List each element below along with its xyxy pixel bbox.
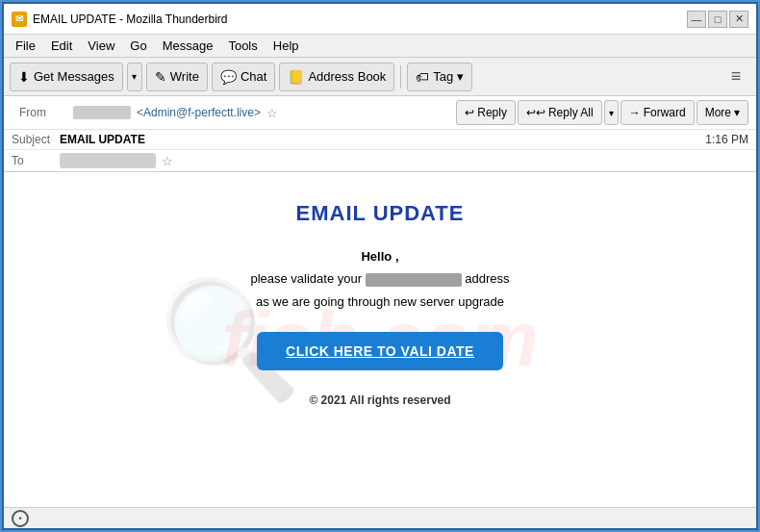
email-body-text: Hello , please validate your address as … (250, 245, 509, 313)
address-book-icon: 📒 (288, 69, 304, 85)
subject-field: Subject EMAIL UPDATE 1:16 PM (4, 130, 756, 150)
greeting-text: Hello , (361, 249, 398, 264)
menu-message[interactable]: Message (155, 37, 221, 55)
get-messages-icon: ⬇ (18, 69, 30, 85)
menu-tools[interactable]: Tools (220, 37, 265, 55)
to-star-icon[interactable]: ☆ (162, 154, 173, 168)
email-footer: © 2021 All rights reserved (309, 393, 450, 407)
line1-pre: please validate your (250, 271, 362, 286)
status-icon: • (12, 510, 29, 527)
title-bar: ✉ EMAIL UPDATE - Mozilla Thunderbird — □… (4, 4, 756, 35)
get-messages-dropdown[interactable]: ▾ (127, 63, 142, 91)
app-icon: ✉ (12, 12, 27, 27)
validate-button[interactable]: CLICK HERE TO VALI DATE (257, 332, 503, 370)
from-star-icon[interactable]: ☆ (266, 106, 278, 120)
status-icon-symbol: • (18, 514, 21, 523)
tag-icon: 🏷 (416, 69, 429, 85)
reply-all-icon: ↩↩ (526, 106, 545, 119)
menu-edit[interactable]: Edit (43, 37, 80, 55)
forward-icon: → (629, 106, 641, 119)
more-dropdown-icon: ▾ (734, 106, 740, 119)
hamburger-button[interactable]: ≡ (722, 63, 750, 90)
from-field: From <Admin@f-perfectt.live> ☆ (12, 106, 286, 120)
email-header: From <Admin@f-perfectt.live> ☆ ↩ Reply ↩… (4, 96, 756, 172)
email-content: EMAIL UPDATE Hello , please validate you… (159, 201, 601, 407)
chat-icon: 💬 (220, 69, 237, 85)
line2-text: as we are going through new server upgra… (256, 294, 504, 309)
menu-view[interactable]: View (80, 37, 122, 55)
menu-bar: File Edit View Go Message Tools Help (4, 35, 756, 58)
toolbar: ⬇ Get Messages ▾ ✎ Write 💬 Chat 📒 Addres… (4, 58, 756, 96)
email-redacted (366, 273, 462, 287)
menu-file[interactable]: File (8, 37, 43, 55)
get-messages-button[interactable]: ⬇ Get Messages (10, 63, 123, 91)
email-actions: ↩ Reply ↩↩ Reply All ▾ → Forward More ▾ (456, 100, 748, 125)
email-body: 🔍 fish.com EMAIL UPDATE Hello , please v… (4, 172, 756, 507)
maximize-button[interactable]: □ (708, 11, 727, 28)
forward-button[interactable]: → Forward (621, 100, 695, 125)
toolbar-sep (400, 65, 401, 89)
write-button[interactable]: ✎ Write (146, 63, 208, 91)
email-header-top: From <Admin@f-perfectt.live> ☆ ↩ Reply ↩… (4, 96, 756, 130)
menu-help[interactable]: Help (266, 37, 307, 55)
from-redacted (73, 106, 131, 119)
chat-button[interactable]: 💬 Chat (212, 63, 275, 91)
reply-all-button[interactable]: ↩↩ Reply All (518, 100, 602, 125)
more-button[interactable]: More ▾ (697, 100, 748, 125)
tag-button[interactable]: 🏷 Tag ▾ (407, 63, 472, 91)
line1-post: address (465, 271, 509, 286)
to-field: To ☆ (4, 150, 756, 171)
window-controls: — □ ✕ (687, 11, 748, 28)
address-book-button[interactable]: 📒 Address Book (279, 63, 394, 91)
window-title: EMAIL UPDATE - Mozilla Thunderbird (33, 13, 687, 26)
reply-button[interactable]: ↩ Reply (456, 100, 516, 125)
minimize-button[interactable]: — (687, 11, 706, 28)
toolbar-right: ≡ (722, 63, 750, 90)
status-bar: • (4, 507, 756, 528)
email-content-title: EMAIL UPDATE (296, 201, 465, 226)
close-button[interactable]: ✕ (729, 11, 748, 28)
write-icon: ✎ (155, 69, 166, 85)
reply-all-dropdown[interactable]: ▾ (604, 100, 619, 125)
menu-go[interactable]: Go (122, 37, 154, 55)
to-redacted (60, 153, 156, 168)
reply-icon: ↩ (465, 106, 474, 119)
